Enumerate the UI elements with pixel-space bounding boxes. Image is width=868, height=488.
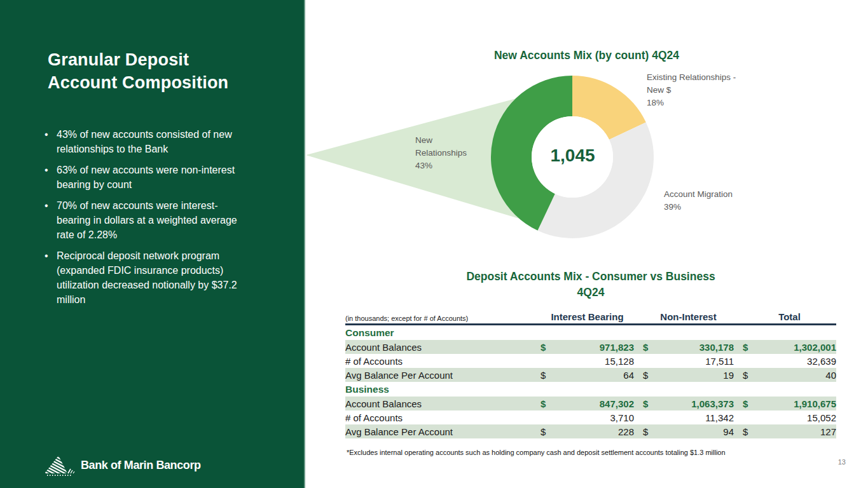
cell-value: 1,910,675: [755, 398, 836, 409]
segment-label-account-migration: Account Migration 39%: [664, 188, 733, 214]
cell-value: 3,710: [553, 412, 634, 423]
currency-sign: $: [743, 342, 755, 353]
bullet-item: 63% of new accounts were non-interest be…: [43, 163, 285, 192]
mountain-icon: [43, 454, 76, 477]
currency-sign: $: [743, 370, 755, 381]
currency-sign: $: [541, 370, 553, 381]
logo-text: Bank of Marin Bancorp: [81, 459, 201, 472]
cell-value: 228: [553, 426, 634, 437]
table-units-note: (in thousands; except for # of Accounts): [345, 315, 541, 322]
cell-value: 19: [656, 370, 734, 381]
currency-sign: $: [541, 398, 553, 409]
cell-value: 15,052: [755, 412, 836, 423]
currency-sign: $: [643, 426, 656, 437]
sidebar: Granular Deposit Account Composition 43%…: [0, 0, 305, 488]
table-row-business-avg-balance: Avg Balance Per Account $ 228 $ 94 $ 127: [345, 424, 836, 438]
cell-value: 127: [755, 426, 836, 437]
cell-value: 64: [553, 370, 634, 381]
table-row-consumer-avg-balance: Avg Balance Per Account $ 64 $ 19 $ 40: [345, 368, 836, 382]
slide: Granular Deposit Account Composition 43%…: [0, 0, 868, 488]
currency-sign: $: [643, 370, 656, 381]
cell-value: 971,823: [553, 342, 634, 353]
row-label: Account Balances: [345, 342, 541, 353]
segment-label-existing-relationships: Existing Relationships - New $ 18%: [647, 71, 736, 109]
page-title: Granular Deposit Account Composition: [48, 48, 283, 94]
bullet-item: 43% of new accounts consisted of new rel…: [43, 127, 285, 156]
section-header-business: Business: [345, 382, 836, 396]
table-title: Deposit Accounts Mix - Consumer vs Busin…: [345, 269, 836, 301]
page-number: 13: [824, 458, 846, 466]
table-row-consumer-num-accounts: # of Accounts 15,128 17,511 32,639: [345, 354, 836, 368]
cell-value: 847,302: [553, 398, 634, 409]
cell-value: 330,178: [656, 342, 734, 353]
row-label: Avg Balance Per Account: [345, 426, 541, 437]
cell-value: 15,128: [553, 356, 634, 367]
bullet-list: 43% of new accounts consisted of new rel…: [43, 127, 285, 313]
table-row-business-num-accounts: # of Accounts 3,710 11,342 15,052: [345, 410, 836, 424]
currency-sign: $: [643, 398, 656, 409]
table-header-row: (in thousands; except for # of Accounts)…: [345, 310, 836, 325]
row-label: # of Accounts: [345, 412, 541, 423]
currency-sign: $: [643, 342, 656, 353]
cell-value: 32,639: [755, 356, 836, 367]
cell-value: 17,511: [656, 356, 734, 367]
table-footnote: *Excludes internal operating accounts su…: [347, 449, 792, 456]
table-row-consumer-account-balances: Account Balances $ 971,823 $ 330,178 $ 1…: [345, 340, 836, 354]
currency-sign: $: [541, 342, 553, 353]
column-header-interest-bearing: Interest Bearing: [541, 311, 634, 322]
currency-sign: $: [743, 426, 755, 437]
bullet-item: Reciprocal deposit network program (expa…: [43, 248, 285, 307]
segment-label-new-relationships: New Relationships 43%: [415, 134, 467, 172]
row-label: # of Accounts: [345, 356, 541, 367]
column-header-non-interest: Non-Interest: [643, 311, 734, 322]
bullet-item: 70% of new accounts were interest- beari…: [43, 198, 285, 242]
table-row-business-account-balances: Account Balances $ 847,302 $ 1,063,373 $…: [345, 396, 836, 410]
cell-value: 1,302,001: [755, 342, 836, 353]
cell-value: 11,342: [656, 412, 734, 423]
row-label: Account Balances: [345, 398, 541, 409]
section-header-consumer: Consumer: [345, 325, 836, 340]
currency-sign: $: [743, 398, 755, 409]
cell-value: 1,063,373: [656, 398, 734, 409]
donut-chart-title: New Accounts Mix (by count) 4Q24: [305, 49, 868, 62]
deposit-accounts-table: (in thousands; except for # of Accounts)…: [345, 310, 836, 438]
cell-value: 94: [656, 426, 734, 437]
cell-value: 40: [755, 370, 836, 381]
company-logo: Bank of Marin Bancorp: [43, 454, 201, 477]
table-title-line1: Deposit Accounts Mix - Consumer vs Busin…: [345, 269, 836, 285]
row-label: Avg Balance Per Account: [345, 370, 541, 381]
donut-center-total: 1,045: [528, 146, 617, 166]
column-header-total: Total: [743, 311, 836, 322]
currency-sign: $: [541, 426, 553, 437]
table-title-line2: 4Q24: [345, 285, 836, 301]
